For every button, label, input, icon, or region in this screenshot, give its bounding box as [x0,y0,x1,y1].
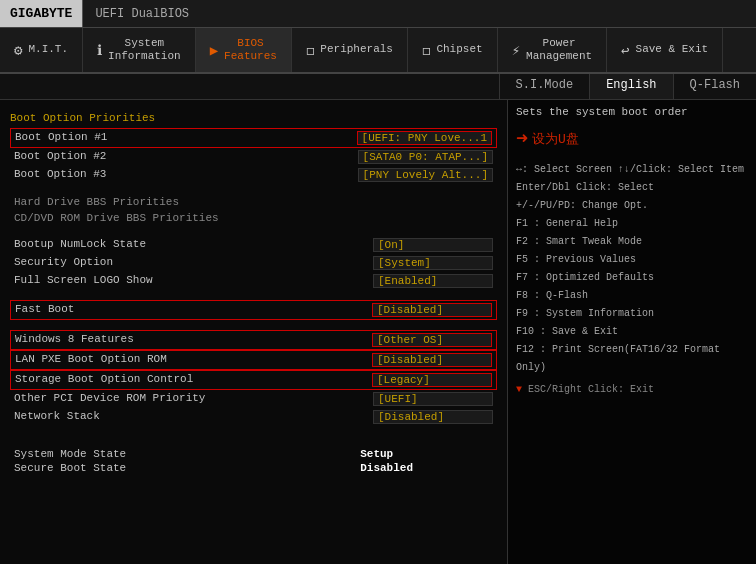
fast-boot-value: [Disabled] [372,303,492,317]
lan-pxe-row[interactable]: LAN PXE Boot Option ROM [Disabled] [10,350,497,370]
logo-value: [Enabled] [373,274,493,288]
secure-boot-value: Disabled [360,462,413,474]
security-row[interactable]: Security Option [System] [10,254,497,272]
hdd-priority-label: Hard Drive BBS Priorities [14,196,179,208]
tab-peripherals-label: Peripherals [320,43,393,56]
chipset-icon: ◻ [422,42,430,59]
network-row[interactable]: Network Stack [Disabled] [10,408,497,426]
storage-label: Storage Boot Option Control [15,373,193,387]
bios-icon: ▶ [210,42,218,59]
cddvd-priority-row[interactable]: CD/DVD ROM Drive BBS Priorities [10,210,497,226]
key-f1: F1 : General Help [516,215,748,233]
tab-peripherals[interactable]: ◻ Peripherals [292,28,408,72]
tab-mit[interactable]: ⚙ M.I.T. [0,28,83,72]
save-icon: ↩ [621,42,629,59]
nav-tabs: ⚙ M.I.T. ℹ SystemInformation ▶ BIOSFeatu… [0,28,756,74]
numlock-row[interactable]: Bootup NumLock State [On] [10,236,497,254]
left-panel: Boot Option Priorities Boot Option #1 [U… [0,100,508,564]
boot-section-title: Boot Option Priorities [10,112,497,124]
storage-value: [Legacy] [372,373,492,387]
boot-option-2-value: [SATA0 P0: ATAP...] [358,150,493,164]
numlock-value: [On] [373,238,493,252]
header: GIGABYTE UEFI DualBIOS [0,0,756,28]
cddvd-priority-label: CD/DVD ROM Drive BBS Priorities [14,212,219,224]
hdd-priority-row[interactable]: Hard Drive BBS Priorities [10,194,497,210]
key-f10: F10 : Save & Exit [516,323,748,341]
subtab-english[interactable]: English [589,74,672,99]
storage-row[interactable]: Storage Boot Option Control [Legacy] [10,370,497,390]
key-f5: F5 : Previous Values [516,251,748,269]
tab-power-label: PowerManagement [526,37,592,63]
lan-pxe-value: [Disabled] [372,353,492,367]
tab-save[interactable]: ↩ Save & Exit [607,28,723,72]
key-f8: F8 : Q-Flash [516,287,748,305]
key-select-screen: ↔: Select Screen ↑↓/Click: Select Item [516,161,748,179]
right-panel: Sets the system boot order ➜ 设为U盘 ↔: Sel… [508,100,756,564]
win8-value: [Other OS] [372,333,492,347]
boot-option-3-label: Boot Option #3 [14,168,106,182]
key-f7: F7 : Optimized Defaults [516,269,748,287]
tab-bios-label: BIOSFeatures [224,37,277,63]
main-area: Boot Option Priorities Boot Option #1 [U… [0,100,756,564]
lan-pxe-label: LAN PXE Boot Option ROM [15,353,167,367]
fast-boot-label: Fast Boot [15,303,74,317]
peripherals-icon: ◻ [306,42,314,59]
win8-row[interactable]: Windows 8 Features [Other OS] [10,330,497,350]
sub-tabs: S.I.Mode English Q-Flash [0,74,756,100]
security-value: [System] [373,256,493,270]
security-label: Security Option [14,256,113,270]
secure-boot-label: Secure Boot State [14,462,126,474]
subtab-qflash[interactable]: Q-Flash [673,74,756,99]
subtab-simode[interactable]: S.I.Mode [499,74,590,99]
key-change: +/-/PU/PD: Change Opt. [516,197,748,215]
help-text: Sets the system boot order [516,106,748,118]
boot-option-3-row[interactable]: Boot Option #3 [PNY Lovely Alt...] [10,166,497,184]
network-label: Network Stack [14,410,100,424]
system-mode-value: Setup [360,448,393,460]
boot-option-1-value: [UEFI: PNY Love...1 [357,131,492,145]
tab-system[interactable]: ℹ SystemInformation [83,28,196,72]
brand-logo: GIGABYTE [0,0,82,27]
tab-chipset-label: Chipset [436,43,482,56]
logo-row[interactable]: Full Screen LOGO Show [Enabled] [10,272,497,290]
tab-mit-label: M.I.T. [28,43,68,56]
tab-chipset[interactable]: ◻ Chipset [408,28,498,72]
key-f2: F2 : Smart Tweak Mode [516,233,748,251]
annotation-text: 设为U盘 [532,130,579,148]
tab-bios[interactable]: ▶ BIOSFeatures [196,28,292,72]
numlock-label: Bootup NumLock State [14,238,146,252]
key-f9: F9 : System Information [516,305,748,323]
tab-save-label: Save & Exit [636,43,709,56]
key-f12: F12 : Print Screen(FAT16/32 Format Only) [516,341,748,377]
other-pci-value: [UEFI] [373,392,493,406]
key-enter: Enter/Dbl Click: Select [516,179,748,197]
annotation-container: ➜ 设为U盘 [516,126,748,151]
system-mode-label: System Mode State [14,448,126,460]
boot-option-1-label: Boot Option #1 [15,131,107,145]
uefi-label: UEFI DualBIOS [83,7,201,21]
mit-icon: ⚙ [14,42,22,59]
tab-system-label: SystemInformation [108,37,181,63]
power-icon: ⚡ [512,42,520,59]
system-icon: ℹ [97,42,102,59]
key-help-section: ↔: Select Screen ↑↓/Click: Select Item E… [516,161,748,399]
other-pci-label: Other PCI Device ROM Priority [14,392,205,406]
arrow-icon: ➜ [516,126,528,151]
win8-label: Windows 8 Features [15,333,134,347]
boot-option-2-row[interactable]: Boot Option #2 [SATA0 P0: ATAP...] [10,148,497,166]
key-esc: ▼ ESC/Right Click: Exit [516,381,748,399]
boot-option-1-row[interactable]: Boot Option #1 [UEFI: PNY Love...1 [10,128,497,148]
fast-boot-row[interactable]: Fast Boot [Disabled] [10,300,497,320]
tab-power[interactable]: ⚡ PowerManagement [498,28,607,72]
network-value: [Disabled] [373,410,493,424]
boot-option-2-label: Boot Option #2 [14,150,106,164]
boot-option-3-value: [PNY Lovely Alt...] [358,168,493,182]
logo-label: Full Screen LOGO Show [14,274,153,288]
other-pci-row[interactable]: Other PCI Device ROM Priority [UEFI] [10,390,497,408]
